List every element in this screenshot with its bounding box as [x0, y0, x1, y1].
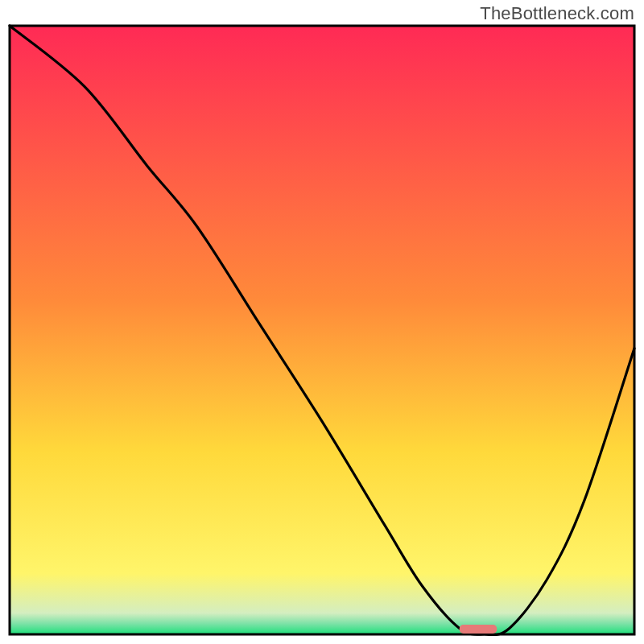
chart-frame: TheBottleneck.com: [0, 0, 644, 644]
chart-background-gradient: [10, 26, 634, 634]
watermark-label: TheBottleneck.com: [480, 3, 634, 24]
bottleneck-chart: [8, 24, 636, 636]
optimal-marker: [460, 625, 497, 634]
